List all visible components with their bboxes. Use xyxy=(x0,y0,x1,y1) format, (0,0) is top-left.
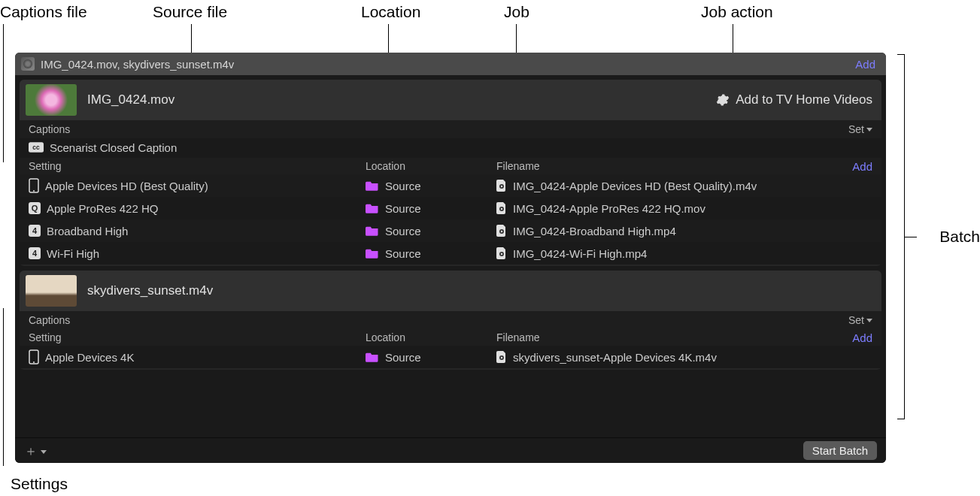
col-setting: Setting xyxy=(29,160,366,172)
output-cols-header: Setting Location Filename Add xyxy=(20,158,881,174)
job-thumbnail xyxy=(26,275,77,307)
filename-name: IMG_0424-Apple ProRes 422 HQ.mov xyxy=(513,202,705,215)
batch-title: IMG_0424.mov, skydivers_sunset.m4v xyxy=(41,58,849,71)
output-row[interactable]: 4 Broadband High Source IMG_0424-Broadba… xyxy=(20,219,881,242)
mp4-icon: 4 xyxy=(29,225,41,237)
annotations-right: Batch xyxy=(897,53,980,425)
add-batch-link[interactable]: Add xyxy=(855,58,875,71)
q-icon: Q xyxy=(29,202,41,214)
svg-text:cc: cc xyxy=(32,144,40,151)
folder-icon xyxy=(366,180,379,191)
folder-icon xyxy=(366,225,379,236)
svg-text:Q: Q xyxy=(32,204,38,213)
output-row[interactable]: Apple Devices HD (Best Quality) Source I… xyxy=(20,174,881,197)
captions-label: Captions xyxy=(29,123,848,135)
col-location: Location xyxy=(366,331,496,343)
start-batch-button[interactable]: Start Batch xyxy=(803,441,877,460)
folder-icon xyxy=(366,203,379,213)
captions-set-menu[interactable]: Set xyxy=(848,314,872,326)
captions-label: Captions xyxy=(29,314,848,326)
annot-captions-file: Captions file xyxy=(0,3,87,21)
job-block: skydivers_sunset.m4v Captions Set Settin… xyxy=(20,271,881,370)
folder-icon xyxy=(366,352,379,362)
chevron-down-icon xyxy=(866,319,872,322)
device-icon xyxy=(29,349,39,364)
setting-name: Apple Devices HD (Best Quality) xyxy=(45,180,208,192)
batch-header[interactable]: IMG_0424.mov, skydivers_sunset.m4v Add xyxy=(15,53,886,75)
captions-set-menu[interactable]: Set xyxy=(848,123,872,135)
setting-name: Broadband High xyxy=(47,225,128,237)
filename-name: IMG_0424-Wi-Fi High.mp4 xyxy=(513,247,647,260)
job-header[interactable]: IMG_0424.mov Add to TV Home Videos xyxy=(20,80,881,120)
svg-text:4: 4 xyxy=(32,249,38,258)
annot-settings: Settings xyxy=(11,475,68,493)
col-location: Location xyxy=(366,160,496,172)
batch-panel: IMG_0424.mov, skydivers_sunset.m4v Add I… xyxy=(15,53,886,463)
filename-name: IMG_0424-Apple Devices HD (Best Quality)… xyxy=(513,180,757,192)
svg-point-19 xyxy=(33,361,35,363)
source-file-name: IMG_0424.mov xyxy=(87,92,716,107)
job-block: IMG_0424.mov Add to TV Home Videos Capti… xyxy=(20,80,881,266)
source-file-name: skydivers_sunset.m4v xyxy=(87,283,872,298)
location-name: Source xyxy=(385,225,421,237)
add-output-link[interactable]: Add xyxy=(852,331,872,344)
annot-job: Job xyxy=(504,3,529,21)
output-cols-header: Setting Location Filename Add xyxy=(20,329,881,346)
annot-batch: Batch xyxy=(939,228,980,246)
chevron-down-icon[interactable] xyxy=(41,450,47,454)
col-setting: Setting xyxy=(29,331,366,343)
output-row[interactable]: Apple Devices 4K Source skydivers_sunset… xyxy=(20,346,881,368)
job-thumbnail xyxy=(26,84,77,116)
location-name: Source xyxy=(385,351,421,364)
plus-icon[interactable]: ＋ xyxy=(24,442,38,460)
svg-text:4: 4 xyxy=(32,226,38,235)
bottom-bar: ＋ Start Batch xyxy=(15,437,886,463)
captions-section-header: Captions Set xyxy=(20,120,881,138)
col-filename: Filename xyxy=(496,160,852,172)
folder-icon xyxy=(366,248,379,259)
filename-name: skydivers_sunset-Apple Devices 4K.m4v xyxy=(513,351,717,364)
captions-section-header: Captions Set xyxy=(20,311,881,329)
setting-name: Apple ProRes 422 HQ xyxy=(47,202,158,215)
location-name: Source xyxy=(385,180,421,192)
col-filename: Filename xyxy=(496,331,852,343)
add-output-link[interactable]: Add xyxy=(852,160,872,173)
file-icon xyxy=(496,247,507,259)
annot-location: Location xyxy=(361,3,420,21)
annot-source-file: Source file xyxy=(153,3,227,21)
chevron-down-icon xyxy=(866,128,872,132)
annot-job-action: Job action xyxy=(701,3,773,21)
svg-point-3 xyxy=(33,190,35,192)
file-icon xyxy=(496,202,507,214)
device-icon xyxy=(29,178,39,193)
location-name: Source xyxy=(385,247,421,260)
filename-name: IMG_0424-Broadband High.mp4 xyxy=(513,225,676,237)
location-name: Source xyxy=(385,202,421,215)
caption-file-name: Scenarist Closed Caption xyxy=(50,141,177,154)
caption-file-row[interactable]: cc Scenarist Closed Caption xyxy=(20,138,881,158)
gear-icon xyxy=(716,93,730,107)
mp4-icon: 4 xyxy=(29,247,41,259)
file-icon xyxy=(496,351,507,363)
job-action[interactable]: Add to TV Home Videos xyxy=(716,92,872,107)
file-icon xyxy=(496,180,507,192)
job-header[interactable]: skydivers_sunset.m4v xyxy=(20,271,881,311)
file-icon xyxy=(496,225,507,237)
cc-icon: cc xyxy=(29,142,44,153)
setting-name: Apple Devices 4K xyxy=(45,351,134,364)
annotations-top: Captions file Source file Location Job J… xyxy=(0,3,980,60)
output-row[interactable]: 4 Wi-Fi High Source IMG_0424-Wi-Fi High.… xyxy=(20,242,881,265)
output-row[interactable]: Q Apple ProRes 422 HQ Source IMG_0424-Ap… xyxy=(20,197,881,219)
batch-icon xyxy=(21,57,35,71)
setting-name: Wi-Fi High xyxy=(47,247,99,260)
job-action-label: Add to TV Home Videos xyxy=(736,92,872,107)
